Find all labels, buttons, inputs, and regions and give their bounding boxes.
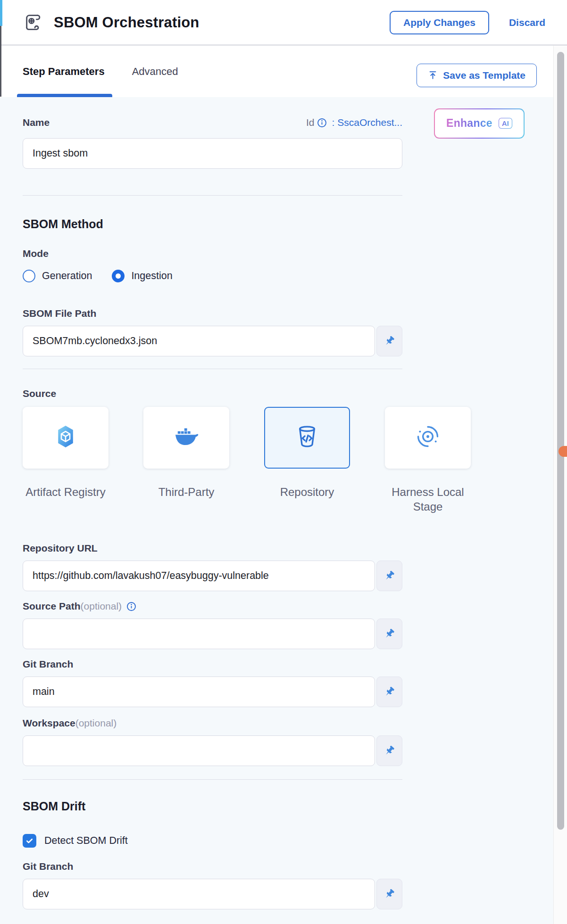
workspace-label: Workspace(optional) [23, 718, 554, 729]
id-label: Id [306, 117, 315, 128]
tab-step-parameters[interactable]: Step Parameters [23, 46, 105, 97]
docker-whale-icon [173, 423, 200, 452]
ai-badge: AI [499, 118, 512, 129]
divider [23, 369, 402, 369]
upload-icon [428, 70, 438, 80]
mode-radio-group: Generation Ingestion [23, 270, 554, 282]
source-card-label: Repository [256, 485, 358, 500]
source-card-group: Artifact Registry Third-Party [23, 407, 554, 514]
id-separator: : [332, 117, 334, 128]
sbom-file-path-label: SBOM File Path [23, 308, 554, 319]
step-id-group: Id : SscaOrchest... [306, 117, 402, 128]
source-option-artifact-registry: Artifact Registry [23, 407, 108, 514]
pin-toggle-button[interactable] [376, 879, 402, 909]
radio-generation-label: Generation [42, 270, 92, 282]
scrollbar-track [553, 46, 567, 924]
radio-ingestion[interactable] [112, 270, 125, 282]
pin-toggle-button[interactable] [376, 561, 402, 591]
source-card-repository[interactable] [264, 407, 350, 469]
source-card-third-party[interactable] [143, 407, 229, 469]
git-branch-label: Git Branch [23, 659, 554, 670]
page-title: SBOM Orchestration [54, 14, 199, 31]
drift-git-branch-label: Git Branch [23, 861, 554, 872]
workspace-input[interactable] [23, 735, 375, 766]
artifact-registry-icon [53, 424, 78, 451]
panel-edge-border [0, 26, 1, 97]
tab-bar: Step Parameters Advanced Save as Templat… [0, 46, 554, 97]
scrollbar-thumb[interactable] [557, 52, 564, 830]
radio-option-generation[interactable]: Generation [23, 270, 92, 282]
source-card-label: Harness Local Stage [377, 485, 479, 514]
detect-sbom-drift-option[interactable]: Detect SBOM Drift [23, 834, 554, 848]
repository-url-input[interactable] [23, 561, 375, 591]
apply-changes-button[interactable]: Apply Changes [390, 11, 489, 34]
divider [23, 195, 402, 196]
pin-toggle-button[interactable] [376, 676, 402, 707]
harness-local-stage-icon [415, 424, 441, 451]
name-input[interactable] [23, 138, 402, 169]
discard-button[interactable]: Discard [506, 16, 548, 29]
step-id-value[interactable]: SscaOrchest... [337, 117, 402, 128]
pin-toggle-button[interactable] [376, 619, 402, 649]
repository-bucket-icon [294, 424, 320, 451]
git-branch-input[interactable] [23, 676, 375, 707]
sbom-drift-heading: SBOM Drift [23, 800, 554, 813]
radio-generation[interactable] [23, 270, 35, 282]
save-as-template-button[interactable]: Save as Template [417, 64, 537, 87]
orange-indicator-dot [559, 446, 567, 457]
source-card-label: Artifact Registry [15, 485, 117, 500]
tab-advanced[interactable]: Advanced [132, 46, 178, 97]
source-card-harness-local-stage[interactable] [385, 407, 471, 469]
divider [23, 779, 402, 780]
enhance-label: Enhance [446, 117, 492, 130]
name-label: Name [23, 117, 50, 128]
repository-url-label: Repository URL [23, 543, 554, 554]
mode-label: Mode [23, 248, 554, 259]
source-card-label: Third-Party [135, 485, 237, 500]
source-option-repository: Repository [264, 407, 350, 514]
detect-sbom-drift-checkbox[interactable] [23, 834, 36, 848]
source-option-harness-local-stage: Harness Local Stage [385, 407, 471, 514]
step-parameters-panel: Name Id : SscaOrchest... Enhance AI SBOM… [0, 97, 554, 924]
sbom-method-heading: SBOM Method [23, 217, 554, 231]
radio-ingestion-label: Ingestion [131, 270, 172, 282]
save-as-template-label: Save as Template [443, 70, 525, 81]
detect-sbom-drift-label: Detect SBOM Drift [44, 835, 128, 847]
info-icon[interactable] [126, 602, 136, 611]
drift-git-branch-input[interactable] [23, 879, 375, 909]
info-icon[interactable] [317, 118, 327, 128]
pin-toggle-button[interactable] [376, 735, 402, 766]
source-path-input[interactable] [23, 619, 375, 649]
radio-option-ingestion[interactable]: Ingestion [112, 270, 172, 282]
source-option-third-party: Third-Party [143, 407, 229, 514]
scroll-plus-icon [23, 12, 44, 33]
pin-toggle-button[interactable] [376, 326, 402, 356]
enhance-ai-button[interactable]: Enhance AI [434, 108, 525, 139]
panel-edge-accent [0, 0, 2, 26]
source-label: Source [23, 388, 554, 399]
source-path-label: Source Path(optional) [23, 601, 122, 612]
sbom-file-path-input[interactable] [23, 326, 375, 356]
source-card-artifact-registry[interactable] [23, 407, 108, 469]
step-header: SBOM Orchestration Apply Changes Discard [0, 0, 567, 45]
